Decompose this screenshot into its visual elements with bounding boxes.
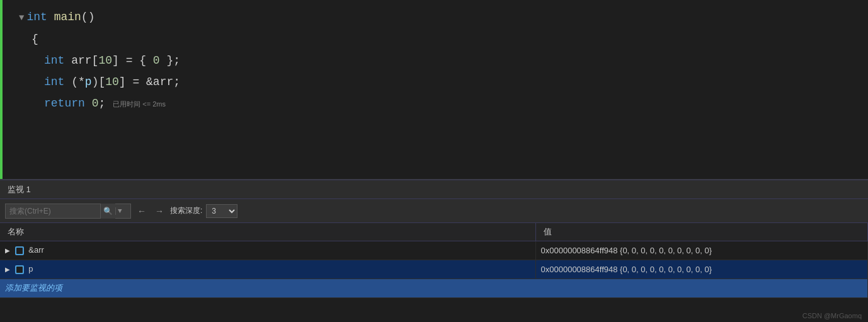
code-line-return: return 0 ; 已用时间 <= 2ms xyxy=(19,93,868,115)
depth-select[interactable]: 1 2 3 4 5 xyxy=(206,204,237,218)
code-token: }; xyxy=(160,50,180,71)
code-line-ptr: int (* p )[ 10 ] = &arr; xyxy=(19,71,868,93)
code-token: int xyxy=(44,50,71,71)
watermark: CSDN @MrGaomq xyxy=(802,312,862,319)
fold-icon-main[interactable]: ▼ xyxy=(19,7,24,28)
code-token: ] = { xyxy=(112,50,153,71)
code-line-arr: int arr[ 10 ] = { 0 }; xyxy=(19,50,868,71)
expand-icon-arr[interactable]: ▶ xyxy=(5,247,10,254)
search-input[interactable] xyxy=(6,207,100,216)
nav-forward-button[interactable]: → xyxy=(152,205,166,217)
code-token: 0 xyxy=(92,93,99,114)
col-name-header: 名称 xyxy=(0,223,535,241)
code-token: p xyxy=(85,71,92,93)
watch-panel-title: 监视 1 xyxy=(8,184,31,195)
expand-icon-p[interactable]: ▶ xyxy=(5,266,10,273)
code-token: 0 xyxy=(153,50,160,71)
col-value-header: 值 xyxy=(535,223,868,241)
watch-row-p[interactable]: ▶ p 0x00000008864ff948 {0, 0, 0, 0, 0, 0… xyxy=(0,260,868,279)
green-indicator xyxy=(0,0,3,179)
code-token: (* xyxy=(64,71,84,93)
code-token: ; xyxy=(98,93,105,114)
watch-row-p-value: 0x00000008864ff948 {0, 0, 0, 0, 0, 0, 0,… xyxy=(535,260,868,279)
watch-row-arr-name: ▶ &arr xyxy=(0,241,535,260)
search-dropdown-btn[interactable]: ▼ xyxy=(115,207,122,215)
code-editor: ▼ int main () { int arr[ 10 ] = { 0 }; i… xyxy=(0,0,868,180)
code-token: return xyxy=(44,93,92,114)
code-token: 10 xyxy=(98,50,112,71)
code-line-func: ▼ int main () xyxy=(19,6,868,28)
code-token: arr[ xyxy=(71,50,98,71)
code-token: )[ xyxy=(92,71,106,93)
code-lines: ▼ int main () { int arr[ 10 ] = { 0 }; i… xyxy=(0,0,868,180)
watch-row-arr[interactable]: ▶ &arr 0x00000008864ff948 {0, 0, 0, 0, 0… xyxy=(0,241,868,260)
watch-title-bar: 监视 1 xyxy=(0,180,868,199)
watch-row-arr-value: 0x00000008864ff948 {0, 0, 0, 0, 0, 0, 0,… xyxy=(535,241,868,260)
code-line-empty3 xyxy=(19,158,868,179)
search-box[interactable]: 🔍 ▼ xyxy=(5,204,131,219)
code-token: main xyxy=(54,6,81,28)
watch-panel: 监视 1 🔍 ▼ ← → 搜索深度: 1 2 3 4 5 名称 值 xyxy=(0,180,868,322)
watch-table-header: 名称 值 xyxy=(0,223,868,241)
watch-add-label[interactable]: 添加要监视的项 xyxy=(0,279,868,297)
watch-table: 名称 值 ▶ &arr 0x00000008864ff948 {0, 0, 0,… xyxy=(0,223,868,298)
code-token: int xyxy=(44,71,64,93)
watch-toolbar: 🔍 ▼ ← → 搜索深度: 1 2 3 4 5 xyxy=(0,199,868,223)
var-icon-arr xyxy=(15,246,24,255)
watch-row-p-name: ▶ p xyxy=(0,260,535,279)
depth-label: 搜索深度: xyxy=(170,205,202,216)
time-badge: 已用时间 <= 2ms xyxy=(113,93,166,115)
watch-row-add[interactable]: 添加要监视的项 xyxy=(0,279,868,297)
code-token: { xyxy=(31,28,38,50)
code-line-brace-open: { xyxy=(19,28,868,50)
code-token: ] = &arr; xyxy=(119,71,180,93)
code-token: int xyxy=(26,6,54,28)
var-icon-p xyxy=(15,265,24,274)
code-token: 10 xyxy=(105,71,119,93)
nav-back-button[interactable]: ← xyxy=(135,205,149,217)
code-line-empty1 xyxy=(19,115,868,136)
code-token: () xyxy=(81,6,95,28)
search-icon-button[interactable]: 🔍 xyxy=(100,204,115,219)
code-line-empty2 xyxy=(19,136,868,158)
